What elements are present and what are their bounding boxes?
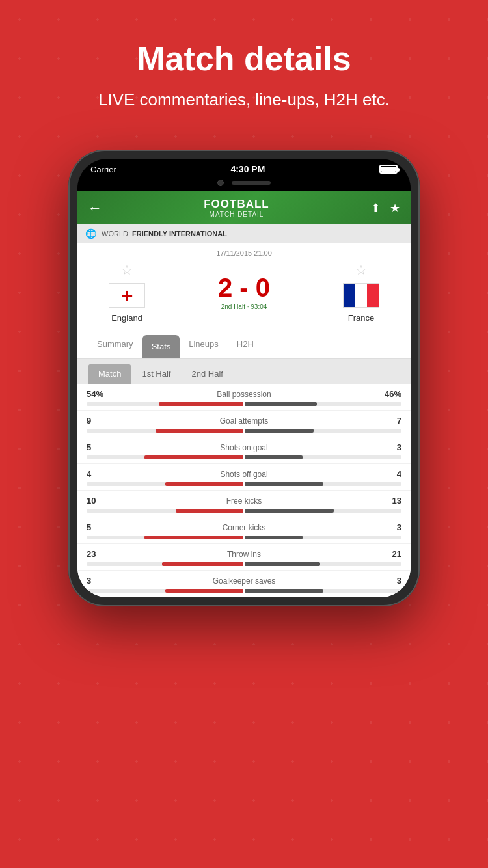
stat-left-value: 3 <box>87 576 113 586</box>
stat-right-value: 7 <box>375 416 401 426</box>
stat-row: 54% Ball possession 46% <box>77 384 411 411</box>
bar-right-bg <box>245 455 401 459</box>
match-info: 17/11/2015 21:00 ☆ England 2 - 0 2nd Hal… <box>77 243 411 332</box>
favorite-button[interactable]: ★ <box>390 201 400 215</box>
share-button[interactable]: ⬆ <box>371 201 381 215</box>
bar-left-bg <box>87 509 243 513</box>
stat-label: Free kicks <box>113 496 375 506</box>
bar-left-fill <box>165 482 244 486</box>
stats-section: 54% Ball possession 46% 9 Goal attempts … <box>77 384 411 597</box>
stat-bars <box>87 429 401 433</box>
main-tabs: Summary Stats Lineups H2H <box>77 332 411 359</box>
bar-left-fill <box>159 402 243 406</box>
phone-device: Carrier 4:30 PM ← FOOTBALL MATCH DETAIL <box>68 150 420 606</box>
match-status: 2nd Half · 93:04 <box>218 303 270 310</box>
stat-left-value: 4 <box>87 469 113 479</box>
bar-right-fill <box>245 589 323 593</box>
sub-tab-1st-half[interactable]: 1st Half <box>131 364 181 384</box>
bar-left-fill <box>156 429 243 433</box>
stat-bars <box>87 482 401 486</box>
stat-right-value: 46% <box>375 389 401 399</box>
battery-icon <box>379 165 398 174</box>
tab-lineups[interactable]: Lineups <box>180 332 228 358</box>
stat-bars <box>87 536 401 539</box>
competition-name: FRIENDLY INTERNATIONAL <box>132 230 227 237</box>
page-header: Match details LIVE commentaries, line-up… <box>0 0 488 129</box>
page-subtitle: LIVE commentaries, line-ups, H2H etc. <box>26 90 462 110</box>
phone-screen: Carrier 4:30 PM ← FOOTBALL MATCH DETAIL <box>77 159 411 597</box>
status-bar: Carrier 4:30 PM <box>77 159 411 178</box>
match-teams: ☆ England 2 - 0 2nd Half · 93:04 ☆ Franc… <box>88 262 400 323</box>
app-screen: ← FOOTBALL MATCH DETAIL ⬆ ★ 🌐 WORLD: <box>77 191 411 597</box>
bar-right-fill <box>245 562 320 566</box>
bar-right-bg <box>245 589 401 593</box>
stat-left-value: 5 <box>87 522 113 532</box>
stat-label: Shots on goal <box>113 443 375 452</box>
tab-stats[interactable]: Stats <box>142 335 180 358</box>
stat-row: 10 Free kicks 13 <box>77 491 411 517</box>
competition-flag: 🌐 <box>85 228 96 239</box>
stat-row: 9 Goal attempts 7 <box>77 411 411 437</box>
stat-bars <box>87 509 401 513</box>
stat-left-value: 10 <box>87 496 113 506</box>
tab-h2h[interactable]: H2H <box>228 332 263 358</box>
sub-tab-match[interactable]: Match <box>88 364 131 384</box>
bar-right-fill <box>245 402 317 406</box>
bar-left-fill <box>144 455 243 459</box>
sub-tabs: Match 1st Half 2nd Half <box>77 359 411 384</box>
app-header: ← FOOTBALL MATCH DETAIL ⬆ ★ <box>77 191 411 224</box>
stat-left-value: 23 <box>87 549 113 559</box>
away-flag <box>343 283 379 308</box>
bar-right-bg <box>245 536 401 539</box>
bar-left-bg <box>87 562 243 566</box>
phone-notch <box>77 178 411 191</box>
header-actions: ⬆ ★ <box>371 201 400 215</box>
team-away: ☆ France <box>322 262 400 323</box>
sub-tab-2nd-half[interactable]: 2nd Half <box>181 364 233 384</box>
bar-right-bg <box>245 482 401 486</box>
app-subtitle: MATCH DETAIL <box>102 211 371 218</box>
bar-left-bg <box>87 402 243 406</box>
stat-left-value: 54% <box>87 389 113 399</box>
away-favorite-icon[interactable]: ☆ <box>355 262 367 278</box>
stat-label: Goalkeeper saves <box>113 576 375 586</box>
stat-label: Shots off goal <box>113 470 375 479</box>
home-favorite-icon[interactable]: ☆ <box>121 262 133 278</box>
back-button[interactable]: ← <box>88 200 102 217</box>
competition-prefix: WORLD: <box>102 230 130 237</box>
score-block: 2 - 0 2nd Half · 93:04 <box>218 275 270 310</box>
stat-label: Throw ins <box>113 550 375 559</box>
bar-right-fill <box>245 482 323 486</box>
speaker-icon <box>232 181 271 185</box>
tab-summary[interactable]: Summary <box>88 332 142 358</box>
bar-left-bg <box>87 482 243 486</box>
bar-left-bg <box>87 429 243 433</box>
stat-left-value: 9 <box>87 416 113 426</box>
bar-right-fill <box>245 509 334 513</box>
stat-row: 4 Shots off goal 4 <box>77 464 411 491</box>
stat-right-value: 13 <box>375 496 401 506</box>
home-team-name: England <box>111 313 142 323</box>
bar-left-bg <box>87 455 243 459</box>
stat-row: 23 Throw ins 21 <box>77 544 411 571</box>
bar-left-fill <box>165 589 244 593</box>
bar-right-bg <box>245 562 401 566</box>
home-flag <box>109 283 145 308</box>
bar-right-bg <box>245 509 401 513</box>
bar-right-bg <box>245 429 401 433</box>
bar-right-fill <box>245 536 303 539</box>
bar-left-fill <box>162 562 243 566</box>
bar-right-fill <box>245 429 314 433</box>
stat-right-value: 3 <box>375 442 401 452</box>
stat-label: Goal attempts <box>113 416 375 426</box>
app-title: FOOTBALL <box>102 198 371 211</box>
bar-right-fill <box>245 455 303 459</box>
bar-right-bg <box>245 402 401 406</box>
app-header-title-block: FOOTBALL MATCH DETAIL <box>102 198 371 218</box>
competition-bar: 🌐 WORLD: FRIENDLY INTERNATIONAL <box>77 224 411 243</box>
bar-left-fill <box>176 509 243 513</box>
stat-right-value: 3 <box>375 576 401 586</box>
stat-bars <box>87 562 401 566</box>
stat-right-value: 21 <box>375 549 401 559</box>
competition-label: WORLD: FRIENDLY INTERNATIONAL <box>102 230 227 237</box>
